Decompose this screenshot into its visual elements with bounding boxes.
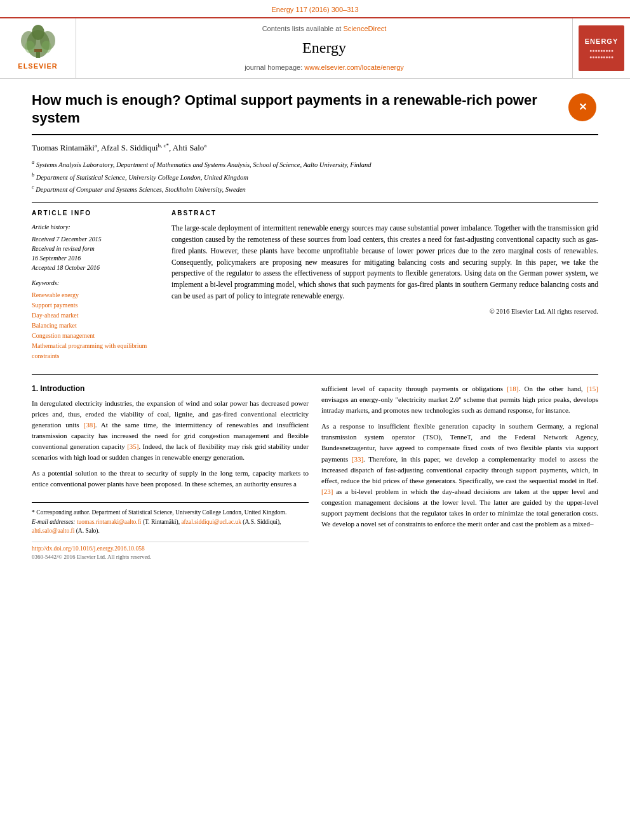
author-salo-sup: a bbox=[204, 142, 206, 149]
energy-logo-icon-text: ENERGY bbox=[585, 37, 618, 46]
affil-c: c Department of Computer and Systems Sci… bbox=[32, 183, 598, 194]
page-footer: http://dx.doi.org/10.1016/j.energy.2016.… bbox=[32, 542, 309, 561]
svg-point-6 bbox=[41, 41, 51, 53]
keyword-2: Support payments bbox=[32, 300, 159, 310]
homepage-line: journal homepage: www.elsevier.com/locat… bbox=[245, 63, 404, 72]
history-label: Article history: bbox=[32, 223, 159, 232]
journal-center: Contents lists available at ScienceDirec… bbox=[76, 18, 573, 77]
affil-sup-b: b bbox=[32, 172, 34, 178]
author-rintamaki: Tuomas Rintamäki bbox=[32, 143, 95, 152]
author-siddiqui-sup: b, c bbox=[158, 142, 166, 149]
sciencedirect-label: Contents lists available at bbox=[262, 25, 342, 32]
right-paragraph-1: sufficient level of capacity through pay… bbox=[321, 383, 598, 416]
sciencedirect-line: Contents lists available at ScienceDirec… bbox=[262, 24, 387, 34]
footer-doi: http://dx.doi.org/10.1016/j.energy.2016.… bbox=[32, 545, 309, 553]
homepage-url[interactable]: www.elsevier.com/locate/energy bbox=[304, 63, 404, 71]
history-revised-date: 16 September 2016 bbox=[32, 253, 159, 263]
affil-sup-a: a bbox=[32, 159, 34, 165]
footnote-section: * Corresponding author. Department of St… bbox=[32, 502, 309, 535]
intro-paragraph-1: In deregulated electricity industries, t… bbox=[32, 398, 309, 463]
footer-issn: 0360-5442/© 2016 Elsevier Ltd. All right… bbox=[32, 553, 309, 561]
keyword-1: Renewable energy bbox=[32, 290, 159, 300]
history-accepted: Accepted 18 October 2016 bbox=[32, 263, 159, 272]
affil-text-c: Department of Computer and Systems Scien… bbox=[36, 185, 246, 192]
footnote-corresponding: * Corresponding author. Department of St… bbox=[32, 508, 309, 517]
ref-35[interactable]: [35] bbox=[127, 443, 138, 450]
article-info-column: ARTICLE INFO Article history: Received 7… bbox=[32, 209, 159, 361]
keyword-4: Balancing market bbox=[32, 321, 159, 331]
svg-point-4 bbox=[32, 25, 44, 40]
page: Energy 117 (2016) 300–313 ELSEVIER Conte… bbox=[0, 0, 630, 840]
abstract-text: The large-scale deployment of intermitte… bbox=[171, 223, 598, 302]
affiliations: a Systems Analysis Laboratory, Departmen… bbox=[32, 159, 598, 194]
elsevier-logo: ELSEVIER bbox=[0, 18, 76, 77]
abstract-column: ABSTRACT The large-scale deployment of i… bbox=[171, 209, 598, 361]
crossmark-badge: ✕ bbox=[566, 91, 598, 123]
history-revised-label: Received in revised form bbox=[32, 244, 159, 253]
energy-logo-box: ENERGY ●●●●●●●●●●●●●●●●●● bbox=[579, 25, 624, 71]
top-citation: Energy 117 (2016) 300–313 bbox=[0, 0, 630, 17]
journal-logo-right: ENERGY ●●●●●●●●●●●●●●●●●● bbox=[573, 18, 630, 77]
ref-15[interactable]: [15] bbox=[587, 385, 598, 392]
introduction-heading: 1. Introduction bbox=[32, 383, 309, 394]
sciencedirect-link[interactable]: ScienceDirect bbox=[343, 25, 386, 32]
abstract-heading: ABSTRACT bbox=[171, 209, 598, 218]
history-received: Received 7 December 2015 bbox=[32, 234, 159, 244]
keywords-section: Keywords: Renewable energy Support payme… bbox=[32, 279, 159, 361]
affil-a: a Systems Analysis Laboratory, Departmen… bbox=[32, 159, 598, 170]
ref-23[interactable]: [23] bbox=[321, 488, 333, 495]
keywords-label: Keywords: bbox=[32, 279, 159, 288]
main-body: 1. Introduction In deregulated electrici… bbox=[32, 374, 598, 561]
homepage-label: journal homepage: bbox=[245, 63, 302, 71]
affil-sup-c: c bbox=[32, 184, 34, 190]
author-salo: Ahti Salo bbox=[173, 143, 204, 152]
keyword-5: Congestion management bbox=[32, 331, 159, 341]
affil-b: b Department of Statistical Science, Uni… bbox=[32, 171, 598, 182]
article-history: Article history: Received 7 December 201… bbox=[32, 223, 159, 272]
article-content: How much is enough? Optimal support paym… bbox=[0, 79, 630, 574]
energy-logo-sub: ●●●●●●●●●●●●●●●●●● bbox=[589, 48, 613, 60]
corresponding-author-marker: * bbox=[166, 142, 170, 149]
article-title-section: How much is enough? Optimal support paym… bbox=[32, 91, 598, 135]
ref-38[interactable]: [38] bbox=[83, 421, 95, 429]
section-divider-1 bbox=[32, 202, 598, 203]
body-left-column: 1. Introduction In deregulated electrici… bbox=[32, 383, 309, 561]
journal-header: ELSEVIER Contents lists available at Sci… bbox=[0, 17, 630, 78]
ref-33[interactable]: [33] bbox=[352, 455, 363, 463]
article-title: How much is enough? Optimal support paym… bbox=[32, 91, 566, 128]
article-info-heading: ARTICLE INFO bbox=[32, 209, 159, 218]
affil-text-b: Department of Statistical Science, Unive… bbox=[36, 173, 248, 180]
email-rintamaki[interactable]: tuomas.rintamaki@aalto.fi bbox=[77, 519, 142, 525]
doi-link[interactable]: http://dx.doi.org/10.1016/j.energy.2016.… bbox=[32, 545, 145, 552]
article-info-abstract-section: ARTICLE INFO Article history: Received 7… bbox=[32, 209, 598, 361]
email-salo[interactable]: ahti.salo@aalto.fi bbox=[32, 528, 74, 534]
email-siddiqui[interactable]: afzal.siddiqui@ucl.ac.uk bbox=[181, 519, 241, 525]
author-rintamaki-sup: a bbox=[95, 142, 97, 149]
keyword-3: Day-ahead market bbox=[32, 310, 159, 321]
affil-text-a: Systems Analysis Laboratory, Department … bbox=[36, 161, 372, 168]
citation-text: Energy 117 (2016) 300–313 bbox=[272, 6, 359, 13]
introduction-title: Introduction bbox=[40, 384, 84, 393]
journal-title: Energy bbox=[302, 37, 346, 59]
intro-paragraph-2: As a potential solution to the threat to… bbox=[32, 468, 309, 490]
right-paragraph-2: As a response to insufficient flexible g… bbox=[321, 421, 598, 529]
ref-18[interactable]: [18] bbox=[507, 385, 518, 392]
body-right-column: sufficient level of capacity through pay… bbox=[321, 383, 598, 561]
crossmark-circle: ✕ bbox=[568, 93, 596, 121]
footnote-emails: E-mail addresses: tuomas.rintamaki@aalto… bbox=[32, 517, 309, 536]
author-siddiqui: Afzal S. Siddiqui bbox=[101, 143, 158, 152]
elsevier-brand-text: ELSEVIER bbox=[18, 62, 57, 71]
svg-point-5 bbox=[25, 41, 35, 53]
copyright-line: © 2016 Elsevier Ltd. All rights reserved… bbox=[171, 307, 598, 317]
elsevier-tree-icon bbox=[16, 25, 60, 60]
keyword-6: Mathematical programming with equilibriu… bbox=[32, 341, 159, 361]
crossmark-icon: ✕ bbox=[579, 100, 587, 114]
section-number: 1. bbox=[32, 384, 38, 393]
svg-rect-7 bbox=[34, 49, 42, 52]
authors-line: Tuomas Rintamäkia, Afzal S. Siddiquib, c… bbox=[32, 142, 598, 154]
